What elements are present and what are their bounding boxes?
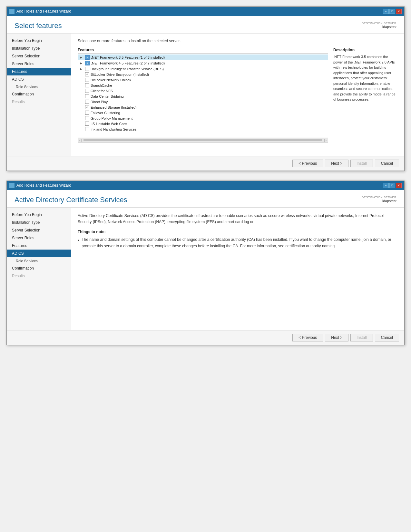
feature-checkbox-6[interactable]	[85, 89, 89, 93]
wizard-footer-2: < Previous Next > Install Cancel	[7, 330, 404, 345]
nav-item-role-services[interactable]: Role Services	[7, 83, 71, 90]
nav-item-server-selection[interactable]: Server Selection	[7, 52, 71, 60]
wizard-footer-1: < Previous Next > Install Cancel	[7, 156, 404, 171]
page-title-1: Select features	[15, 22, 62, 30]
bullet-icon: •	[78, 238, 79, 249]
window-title-1: Add Roles and Features Wizard	[16, 9, 71, 14]
nav-item-server-selection[interactable]: Server Selection	[7, 226, 71, 234]
destination-label-2: DESTINATION SERVER	[362, 196, 396, 199]
destination-name-1: ldapstest	[362, 25, 396, 29]
feature-item-13[interactable]: Ink and Handwriting Services	[78, 126, 328, 132]
wizard-main-1: Select one or more features to install o…	[71, 34, 404, 156]
feature-checkbox-8[interactable]	[85, 100, 89, 104]
nav-item-ad-cs[interactable]: AD CS	[7, 250, 71, 257]
next-button-1[interactable]: Next >	[325, 160, 348, 167]
features-listbox-wrapper: ▶≡.NET Framework 3.5 Features (1 of 3 in…	[78, 54, 328, 143]
nav-item-before-you-begin[interactable]: Before You Begin	[7, 211, 71, 219]
close-button-2[interactable]: ✕	[396, 183, 402, 188]
destination-name-2: ldapstest	[362, 199, 396, 203]
minimize-button-2[interactable]: −	[383, 183, 389, 188]
nav-item-confirmation[interactable]: Confirmation	[7, 90, 71, 98]
feature-icon-box-0: ≡	[85, 55, 90, 60]
feature-checkbox-5[interactable]	[85, 83, 89, 87]
feature-item-3[interactable]: BitLocker Drive Encryption (Installed)	[78, 72, 328, 77]
features-description-row: Features ▶≡.NET Framework 3.5 Features (…	[78, 48, 398, 151]
wizard-content-1: Before You BeginInstallation TypeServer …	[7, 34, 404, 156]
nav-item-server-roles[interactable]: Server Roles	[7, 234, 71, 242]
feature-item-2[interactable]: ▶Background Intelligent Transfer Service…	[78, 66, 328, 72]
window-title-2: Add Roles and Features Wizard	[16, 183, 71, 188]
nav-item-features[interactable]: Features	[7, 242, 71, 250]
feature-checkbox-10[interactable]	[85, 111, 89, 115]
feature-item-1[interactable]: ▶≡.NET Framework 4.5 Features (2 of 7 in…	[78, 60, 328, 66]
features-row-wrapper: ▶≡.NET Framework 3.5 Features (1 of 3 in…	[78, 54, 328, 143]
wizard-window-1: Add Roles and Features Wizard − □ ✕ Sele…	[6, 6, 405, 171]
feature-label-12: IIS Hostable Web Core	[91, 122, 127, 126]
nav-item-confirmation[interactable]: Confirmation	[7, 264, 71, 272]
nav-item-features[interactable]: Features	[7, 68, 71, 75]
nav-item-before-you-begin[interactable]: Before You Begin	[7, 37, 71, 44]
feature-checkbox-11[interactable]	[85, 116, 89, 120]
adcs-intro-text: Active Directory Certificate Services (A…	[78, 213, 398, 225]
maximize-button-1[interactable]: □	[389, 9, 395, 14]
feature-checkbox-7[interactable]	[85, 94, 89, 98]
intro-text-1: Select one or more features to install o…	[78, 39, 398, 43]
wizard-nav-1: Before You BeginInstallation TypeServer …	[7, 34, 71, 156]
nav-item-server-roles[interactable]: Server Roles	[7, 60, 71, 68]
nav-item-installation-type[interactable]: Installation Type	[7, 44, 71, 52]
feature-checkbox-12[interactable]	[85, 122, 89, 126]
feature-label-2: Background Intelligent Transfer Service …	[91, 67, 164, 71]
feature-item-5[interactable]: BranchCache	[78, 83, 328, 88]
feature-checkbox-9[interactable]	[85, 105, 89, 109]
feature-icon-box-1: ≡	[85, 61, 90, 65]
minimize-button-1[interactable]: −	[383, 9, 389, 14]
features-col: Features ▶≡.NET Framework 3.5 Features (…	[78, 48, 328, 151]
feature-item-10[interactable]: Failover Clustering	[78, 110, 328, 115]
nav-item-role-services[interactable]: Role Services	[7, 257, 71, 264]
cancel-button-1[interactable]: Cancel	[375, 160, 399, 167]
expand-icon-2[interactable]: ▶	[80, 67, 84, 71]
feature-item-4[interactable]: BitLocker Network Unlock	[78, 77, 328, 83]
install-button-1: Install	[350, 160, 373, 167]
window-controls-1: − □ ✕	[383, 9, 402, 14]
horizontal-scrollbar[interactable]: ◁ ▷	[78, 138, 328, 143]
previous-button-1[interactable]: < Previous	[292, 160, 323, 167]
wizard-icon-1	[9, 9, 15, 14]
feature-label-1: .NET Framework 4.5 Features (2 of 7 inst…	[91, 61, 165, 65]
feature-label-6: Client for NFS	[91, 89, 113, 93]
feature-item-11[interactable]: Group Policy Management	[78, 115, 328, 121]
feature-item-6[interactable]: Client for NFS	[78, 88, 328, 94]
feature-label-8: Direct Play	[91, 100, 108, 104]
wizard-header-2: Active Directory Certificate Services DE…	[7, 190, 404, 208]
feature-item-7[interactable]: Data Center Bridging	[78, 94, 328, 99]
feature-item-0[interactable]: ▶≡.NET Framework 3.5 Features (1 of 3 in…	[78, 54, 328, 60]
close-button-1[interactable]: ✕	[396, 9, 402, 14]
feature-checkbox-13[interactable]	[85, 127, 89, 131]
feature-checkbox-4[interactable]	[85, 78, 89, 82]
expand-icon-1[interactable]: ▶	[80, 62, 84, 65]
wizard-nav-2: Before You BeginInstallation TypeServer …	[7, 208, 71, 330]
feature-checkbox-3[interactable]	[85, 72, 89, 76]
page-title-2: Active Directory Certificate Services	[15, 196, 127, 204]
feature-label-10: Failover Clustering	[91, 111, 120, 115]
previous-button-2[interactable]: < Previous	[292, 334, 323, 341]
feature-item-9[interactable]: Enhanced Storage (Installed)	[78, 104, 328, 110]
features-listbox[interactable]: ▶≡.NET Framework 3.5 Features (1 of 3 in…	[78, 54, 328, 137]
feature-checkbox-2[interactable]	[85, 67, 89, 71]
destination-server-1: DESTINATION SERVER ldapstest	[362, 22, 396, 29]
feature-label-9: Enhanced Storage (Installed)	[91, 105, 136, 109]
expand-icon-0[interactable]: ▶	[80, 56, 84, 59]
feature-item-12[interactable]: IIS Hostable Web Core	[78, 121, 328, 126]
cancel-button-2[interactable]: Cancel	[375, 334, 399, 341]
nav-item-results: Results	[7, 272, 71, 280]
feature-item-8[interactable]: Direct Play	[78, 99, 328, 104]
adcs-bullet: • The name and domain settings of this c…	[78, 237, 398, 249]
nav-item-ad-cs[interactable]: AD CS	[7, 75, 71, 83]
wizard-window-2: Add Roles and Features Wizard − □ ✕ Acti…	[6, 181, 405, 345]
adcs-bullet-text: The name and domain settings of this com…	[82, 237, 398, 249]
feature-label-11: Group Policy Management	[91, 116, 132, 120]
maximize-button-2[interactable]: □	[389, 183, 395, 188]
next-button-2[interactable]: Next >	[325, 334, 348, 341]
nav-item-installation-type[interactable]: Installation Type	[7, 219, 71, 226]
adcs-notes-title: Things to note:	[78, 230, 398, 234]
